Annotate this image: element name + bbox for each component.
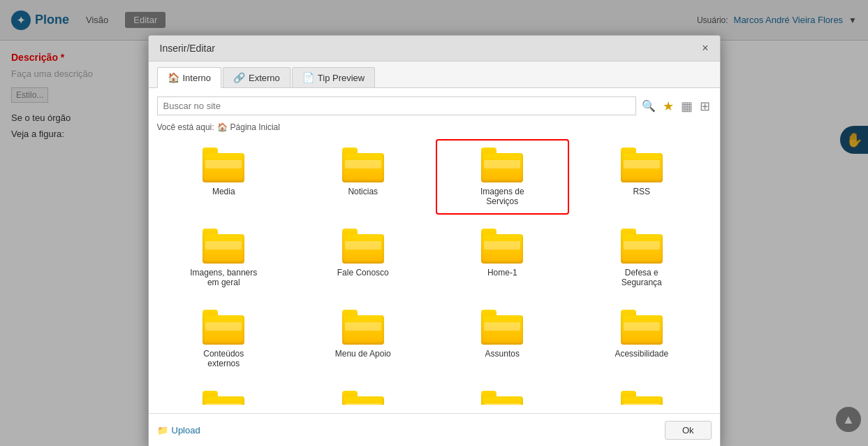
breadcrumb: Você está aqui: 🏠 Página Inicial [157, 122, 712, 132]
dialog-body: 🔍 ★ ▦ ⊞ Você está aqui: 🏠 Página Inicial… [149, 88, 720, 413]
folder-item[interactable]: Acessibilidade [575, 301, 709, 377]
folder-icon [203, 229, 244, 264]
folder-item[interactable] [575, 382, 709, 405]
folder-item[interactable] [157, 382, 291, 405]
folder-label: Media [212, 187, 235, 196]
search-button[interactable]: 🔍 [642, 99, 656, 113]
folder-item[interactable]: Conteúdos externos [157, 301, 291, 377]
folder-icon [203, 310, 244, 345]
search-bar: 🔍 ★ ▦ ⊞ [157, 96, 712, 115]
dialog-tabs: 🏠 Interno 🔗 Externo 📄 Tip Preview [149, 62, 720, 88]
folder-label: Fale Conosco [337, 268, 389, 278]
tab-tip-preview[interactable]: 📄 Tip Preview [292, 67, 375, 87]
upload-label: Upload [172, 425, 200, 436]
folder-item[interactable] [296, 382, 430, 405]
folder-label: Defesa e Segurança [607, 268, 677, 287]
tab-tip-preview-label: Tip Preview [318, 73, 365, 83]
folder-icon [621, 310, 663, 345]
folder-label: Assuntos [485, 349, 520, 359]
folder-item[interactable]: Noticias [296, 139, 430, 215]
file-grid: MediaNoticiasImagens de ServiçosRSSImage… [157, 139, 712, 405]
folder-icon [342, 391, 384, 405]
tab-interno[interactable]: 🏠 Interno [157, 67, 221, 88]
folder-icon [621, 229, 663, 264]
folder-label: Imagens de Serviços [467, 187, 537, 206]
folder-label: Imagens, banners em geral [189, 268, 258, 287]
folder-label: Menu de Apoio [335, 349, 391, 359]
externo-icon: 🔗 [233, 72, 245, 83]
folder-item[interactable]: Fale Conosco [296, 220, 430, 296]
folder-label: RSS [633, 187, 650, 196]
dialog-header: Inserir/Editar × [149, 36, 720, 62]
folder-icon [481, 310, 523, 345]
close-button[interactable]: × [702, 43, 708, 54]
breadcrumb-label: Você está aqui: [157, 122, 214, 132]
folder-label: Conteúdos externos [189, 349, 258, 368]
breadcrumb-path: Página Inicial [230, 122, 280, 132]
folder-icon [481, 148, 523, 182]
folder-icon [481, 391, 523, 405]
folder-item[interactable]: Media [157, 139, 291, 215]
home-icon: 🏠 [217, 122, 228, 132]
upload-button[interactable]: 📁 Upload [157, 425, 200, 436]
folder-item[interactable]: Imagens, banners em geral [157, 220, 291, 296]
tab-interno-label: Interno [183, 73, 211, 83]
folder-label: Home-1 [487, 268, 517, 278]
folder-icon [621, 148, 663, 182]
search-actions: ★ ▦ ⊞ [661, 97, 712, 115]
folder-item[interactable]: Menu de Apoio [296, 301, 430, 377]
dialog-title: Inserir/Editar [160, 43, 215, 54]
insert-edit-dialog: Inserir/Editar × 🏠 Interno 🔗 Externo 📄 T… [148, 35, 721, 446]
folder-icon [621, 391, 663, 405]
folder-label: Noticias [348, 187, 378, 196]
folder-item[interactable]: RSS [575, 139, 709, 215]
upload-icon: 📁 [157, 425, 168, 436]
search-input[interactable] [157, 96, 636, 115]
grid-view-icon[interactable]: ⊞ [698, 97, 712, 115]
list-view-icon[interactable]: ▦ [679, 97, 694, 115]
tab-externo[interactable]: 🔗 Externo [223, 67, 290, 87]
ok-button[interactable]: Ok [665, 421, 712, 440]
tab-externo-label: Externo [249, 73, 280, 83]
folder-icon [342, 229, 384, 264]
dialog-footer: 📁 Upload Ok [149, 413, 720, 446]
folder-icon [203, 148, 244, 182]
tip-preview-icon: 📄 [302, 72, 314, 83]
folder-icon [203, 391, 244, 405]
interno-icon: 🏠 [168, 72, 179, 83]
favorites-icon[interactable]: ★ [661, 97, 675, 115]
folder-icon [342, 310, 384, 345]
folder-item[interactable] [436, 382, 570, 405]
folder-item[interactable]: Defesa e Segurança [575, 220, 709, 296]
folder-item[interactable]: Imagens de Serviços [436, 139, 570, 215]
folder-item[interactable]: Home-1 [436, 220, 570, 296]
folder-icon [342, 148, 384, 182]
folder-icon [481, 229, 523, 264]
folder-item[interactable]: Assuntos [436, 301, 570, 377]
folder-label: Acessibilidade [615, 349, 668, 359]
